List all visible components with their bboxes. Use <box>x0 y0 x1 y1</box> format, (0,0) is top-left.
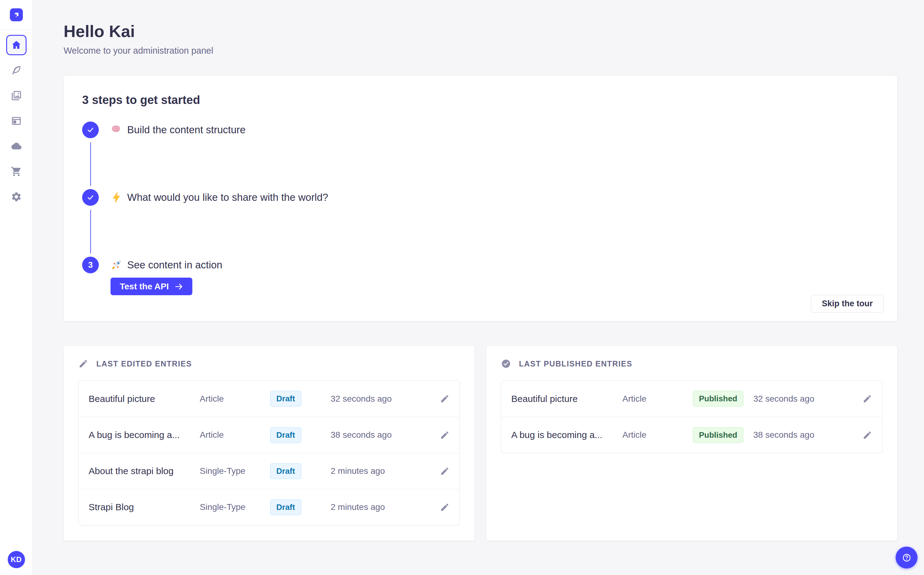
entry-kind: Article <box>200 394 270 404</box>
pencil-icon <box>440 502 449 512</box>
last-published-widget: LAST PUBLISHED ENTRIES Beautiful picture… <box>486 346 897 541</box>
pencil-icon <box>863 430 872 440</box>
edit-entry-button[interactable] <box>440 430 449 440</box>
test-api-label: Test the API <box>120 282 169 292</box>
widgets-row: LAST EDITED ENTRIES Beautiful picture Ar… <box>64 346 897 541</box>
step-3-number: 3 <box>88 260 92 270</box>
last-published-header: LAST PUBLISHED ENTRIES <box>501 359 882 369</box>
entry-time: 32 seconds ago <box>753 394 855 404</box>
content-manager-icon <box>11 115 22 127</box>
page-subtitle: Welcome to your administration panel <box>64 46 897 56</box>
skip-tour-button[interactable]: Skip the tour <box>811 295 884 313</box>
status-badge: Draft <box>270 427 301 443</box>
entry-time: 38 seconds ago <box>331 430 432 440</box>
status-badge: Draft <box>270 499 301 515</box>
status-badge: Draft <box>270 391 301 407</box>
step-2-done-indicator <box>82 189 99 206</box>
edit-entry-button[interactable] <box>440 394 449 403</box>
edit-entry-button[interactable] <box>863 394 872 403</box>
rocket-emoji-icon <box>110 259 122 271</box>
step-2-content: What would you like to share with the wo… <box>110 189 879 257</box>
onboarding-step-2: What would you like to share with the wo… <box>82 189 879 257</box>
media-library-icon <box>11 90 22 101</box>
home-icon <box>11 40 22 51</box>
check-icon <box>86 126 94 134</box>
entry-name: A bug is becoming a... <box>89 430 200 440</box>
entry-name: Beautiful picture <box>89 394 200 404</box>
pencil-icon <box>78 359 88 369</box>
entry-time: 2 minutes ago <box>331 502 432 512</box>
onboarding-card: 3 steps to get started Build the conten <box>64 76 897 321</box>
entry-kind: Article <box>200 430 270 440</box>
sidebar: KD <box>0 0 33 575</box>
edit-entry-button[interactable] <box>440 502 449 512</box>
brain-emoji-icon <box>110 124 122 136</box>
step-2-label: What would you like to share with the wo… <box>110 189 879 206</box>
entry-name: Strapi Blog <box>89 502 200 512</box>
marketplace-cart-icon <box>11 166 22 177</box>
sidebar-item-marketplace[interactable] <box>6 161 27 182</box>
last-published-title: LAST PUBLISHED ENTRIES <box>519 359 632 369</box>
step-1-label: Build the content structure <box>110 122 879 138</box>
entry-kind: Single-Type <box>200 502 270 512</box>
entry-name: A bug is becoming a... <box>511 430 622 440</box>
step-2-text: What would you like to share with the wo… <box>127 192 328 203</box>
last-edited-widget: LAST EDITED ENTRIES Beautiful picture Ar… <box>64 346 475 541</box>
entry-kind: Single-Type <box>200 466 270 476</box>
sidebar-item-content-type-builder[interactable] <box>6 60 27 81</box>
entry-kind: Article <box>622 394 693 404</box>
step-connector <box>90 210 91 254</box>
strapi-logo[interactable] <box>10 8 23 21</box>
edit-entry-button[interactable] <box>863 430 872 440</box>
entry-kind: Article <box>622 430 693 440</box>
last-edited-table: Beautiful picture Article Draft 32 secon… <box>78 380 460 525</box>
check-icon <box>86 194 94 202</box>
step-1-done-indicator <box>82 122 99 138</box>
cloud-icon <box>11 141 22 152</box>
pencil-icon <box>440 430 449 440</box>
pencil-icon <box>863 394 872 403</box>
check-circle-icon <box>501 359 511 369</box>
step-2-rail <box>82 189 99 257</box>
table-row[interactable]: About the strapi blog Single-Type Draft … <box>79 453 459 489</box>
main-content: Hello Kai Welcome to your administration… <box>33 0 924 575</box>
sidebar-item-deploy[interactable] <box>6 136 27 156</box>
onboarding-step-1: Build the content structure <box>82 122 879 189</box>
test-api-button[interactable]: Test the API <box>110 278 192 295</box>
step-connector <box>90 142 91 186</box>
question-mark-icon <box>901 552 912 563</box>
step-3-number-indicator: 3 <box>82 257 99 273</box>
status-badge: Published <box>693 391 743 407</box>
entry-name: About the strapi blog <box>89 466 200 476</box>
edit-entry-button[interactable] <box>440 466 449 476</box>
onboarding-title: 3 steps to get started <box>82 94 879 107</box>
help-button[interactable] <box>895 546 918 569</box>
table-row[interactable]: Beautiful picture Article Draft 32 secon… <box>79 381 459 417</box>
step-3-rail: 3 <box>82 257 99 295</box>
entry-time: 38 seconds ago <box>753 430 855 440</box>
table-row[interactable]: A bug is becoming a... Article Published… <box>501 417 882 453</box>
page-title: Hello Kai <box>64 22 897 41</box>
table-row[interactable]: A bug is becoming a... Article Draft 38 … <box>79 417 459 453</box>
sidebar-item-media-library[interactable] <box>6 86 27 106</box>
step-1-content: Build the content structure <box>110 122 879 189</box>
lightning-emoji-icon <box>110 192 122 203</box>
pencil-icon <box>440 466 449 476</box>
status-badge: Published <box>693 427 743 443</box>
onboarding-step-3: 3 See content in action Test the API <box>82 257 879 295</box>
arrow-right-icon <box>174 282 183 291</box>
strapi-logo-icon <box>12 11 21 19</box>
step-1-text: Build the content structure <box>127 124 245 136</box>
sidebar-item-settings[interactable] <box>6 187 27 207</box>
step-1-rail <box>82 122 99 189</box>
sidebar-item-home[interactable] <box>6 35 27 55</box>
table-row[interactable]: Strapi Blog Single-Type Draft 2 minutes … <box>79 489 459 525</box>
feather-icon <box>11 65 22 76</box>
entry-name: Beautiful picture <box>511 394 622 404</box>
status-badge: Draft <box>270 463 301 479</box>
logo-container <box>0 0 32 30</box>
table-row[interactable]: Beautiful picture Article Published 32 s… <box>501 381 882 417</box>
pencil-icon <box>440 394 449 403</box>
sidebar-item-content-manager[interactable] <box>6 111 27 131</box>
user-avatar[interactable]: KD <box>8 551 25 568</box>
